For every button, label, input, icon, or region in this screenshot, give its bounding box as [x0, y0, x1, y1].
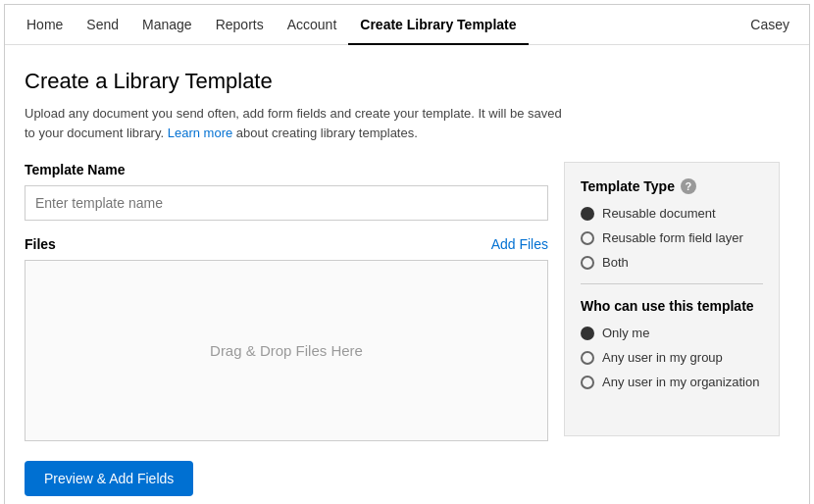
nav-user: Casey — [740, 17, 799, 32]
radio-label-both: Both — [602, 255, 629, 270]
page-title: Create a Library Template — [25, 69, 780, 94]
radio-only-me[interactable]: Only me — [581, 326, 763, 340]
radio-label-any-user-org: Any user in my organization — [602, 375, 759, 389]
left-panel: Template Name Files Add Files Drag & Dro… — [25, 162, 548, 496]
nav-account[interactable]: Account — [276, 5, 349, 45]
description-suffix: about creating library templates. — [236, 126, 418, 140]
drop-zone[interactable]: Drag & Drop Files Here — [25, 260, 548, 441]
template-name-label: Template Name — [25, 162, 548, 177]
help-icon[interactable]: ? — [681, 178, 696, 194]
radio-label-any-user-group: Any user in my group — [602, 350, 723, 365]
panel-divider — [581, 283, 763, 284]
nav-home[interactable]: Home — [15, 5, 75, 45]
radio-circle-only-me — [581, 327, 594, 340]
files-label: Files — [25, 236, 56, 252]
template-type-title: Template Type ? — [581, 178, 763, 194]
nav-create-library-template[interactable]: Create Library Template — [348, 5, 528, 45]
who-can-use-label: Who can use this template — [581, 298, 754, 314]
radio-circle-any-user-group — [581, 351, 594, 365]
radio-circle-both — [581, 256, 594, 270]
page-description: Upload any document you send often, add … — [25, 104, 574, 142]
radio-label-reusable-form-field-layer: Reusable form field layer — [602, 230, 743, 245]
learn-more-link[interactable]: Learn more — [168, 126, 232, 140]
top-nav: Home Send Manage Reports Account Create … — [5, 5, 809, 45]
drop-zone-text: Drag & Drop Files Here — [210, 342, 363, 359]
radio-circle-reusable-document — [581, 207, 594, 221]
radio-reusable-form-field-layer[interactable]: Reusable form field layer — [581, 230, 763, 245]
radio-any-user-group[interactable]: Any user in my group — [581, 350, 763, 365]
radio-circle-any-user-org — [581, 376, 594, 389]
nav-manage[interactable]: Manage — [130, 5, 204, 45]
add-files-link[interactable]: Add Files — [491, 236, 548, 252]
template-name-input[interactable] — [25, 185, 548, 221]
radio-circle-reusable-form-field-layer — [581, 231, 594, 245]
who-can-use-title: Who can use this template — [581, 298, 763, 314]
files-header: Files Add Files — [25, 236, 548, 252]
nav-reports[interactable]: Reports — [204, 5, 276, 45]
radio-both[interactable]: Both — [581, 255, 763, 270]
radio-label-reusable-document: Reusable document — [602, 206, 716, 221]
preview-add-fields-button[interactable]: Preview & Add Fields — [25, 461, 193, 496]
page-wrapper: Home Send Manage Reports Account Create … — [4, 4, 810, 504]
radio-any-user-org[interactable]: Any user in my organization — [581, 375, 763, 389]
content-layout: Template Name Files Add Files Drag & Dro… — [25, 162, 780, 496]
right-panel: Template Type ? Reusable document Reusab… — [564, 162, 780, 436]
radio-label-only-me: Only me — [602, 326, 649, 340]
main-content: Create a Library Template Upload any doc… — [5, 45, 799, 504]
nav-send[interactable]: Send — [75, 5, 130, 45]
template-type-label: Template Type — [581, 178, 675, 194]
radio-reusable-document[interactable]: Reusable document — [581, 206, 763, 221]
